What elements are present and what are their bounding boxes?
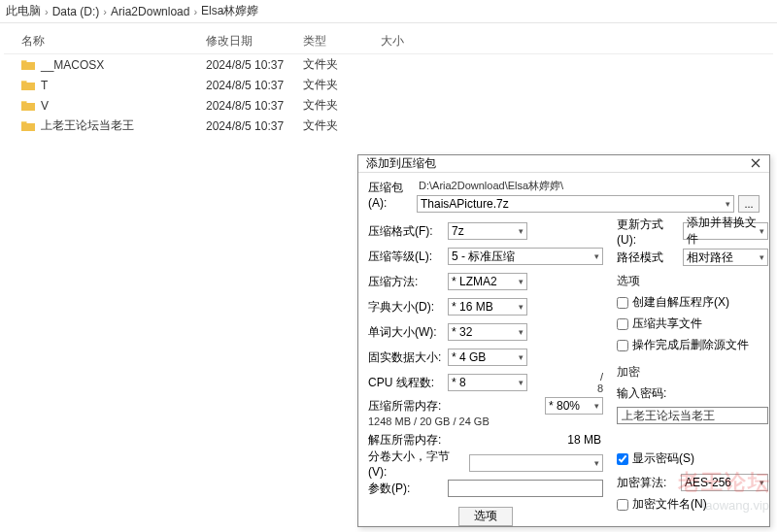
col-header-date[interactable]: 修改日期 <box>206 33 303 50</box>
file-name: 上老王论坛当老王 <box>41 117 134 134</box>
file-row[interactable]: T 2024/8/5 10:37 文件夹 <box>4 75 773 95</box>
format-value: 7z <box>452 224 464 238</box>
dict-select[interactable]: * 16 MB ▾ <box>448 298 527 316</box>
browse-button[interactable]: ... <box>738 195 760 213</box>
dict-label: 字典大小(D): <box>368 299 444 316</box>
threads-select[interactable]: * 8 ▾ <box>448 374 527 391</box>
options-button[interactable]: 选项 <box>458 507 513 526</box>
chevron-down-icon: ▾ <box>594 458 599 468</box>
word-label: 单词大小(W): <box>368 324 444 341</box>
format-label: 压缩格式(F): <box>368 223 444 240</box>
file-type: 文件夹 <box>303 56 381 73</box>
show-password-checkbox[interactable] <box>617 453 628 465</box>
solid-label: 固实数据大小: <box>368 349 444 366</box>
level-select[interactable]: 5 - 标准压缩 ▾ <box>448 248 603 265</box>
breadcrumb-item[interactable]: 此电脑 <box>6 3 41 19</box>
opt-sfx[interactable]: 创建自解压程序(X) <box>617 294 768 311</box>
enc-method-value: AES-256 <box>685 476 731 489</box>
mem-decomp-value: 18 MB <box>567 433 603 447</box>
chevron-down-icon: ▾ <box>594 401 599 411</box>
breadcrumb-item[interactable]: Elsa林嬣嬣 <box>201 3 258 19</box>
opt-shared-checkbox[interactable] <box>617 318 628 330</box>
mem-pct-select[interactable]: * 80% ▾ <box>545 397 603 415</box>
word-value: * 32 <box>452 325 472 339</box>
opt-delete[interactable]: 操作完成后删除源文件 <box>617 337 768 353</box>
enc-method-select[interactable]: AES-256 ▾ <box>681 474 768 491</box>
pathmode-label: 路径模式 <box>617 249 679 266</box>
threads-value: * 8 <box>452 376 466 389</box>
chevron-down-icon: ▾ <box>519 327 524 337</box>
method-label: 压缩方法: <box>368 274 444 290</box>
file-type: 文件夹 <box>303 97 381 114</box>
update-value: 添加并替换文件 <box>687 215 760 248</box>
file-name: __MACOSX <box>41 58 104 72</box>
archive-dir: D:\Aria2Download\Elsa林嬣嬣\ <box>417 179 760 193</box>
chevron-right-icon: › <box>103 6 107 17</box>
chevron-right-icon: › <box>45 6 49 17</box>
encrypt-names[interactable]: 加密文件名(N) <box>617 496 768 513</box>
solid-select[interactable]: * 4 GB ▾ <box>448 349 527 366</box>
split-select[interactable]: ▾ <box>469 454 603 472</box>
file-list: 名称 修改日期 类型 大小 __MACOSX 2024/8/5 10:37 文件… <box>0 23 777 142</box>
solid-value: * 4 GB <box>452 350 486 364</box>
chevron-down-icon: ▾ <box>760 252 764 262</box>
col-header-type[interactable]: 类型 <box>303 33 381 50</box>
file-name: T <box>41 79 48 92</box>
update-select[interactable]: 添加并替换文件 ▾ <box>683 222 768 240</box>
col-header-name[interactable]: 名称 <box>21 33 206 50</box>
level-value: 5 - 标准压缩 <box>452 249 515 265</box>
breadcrumb[interactable]: 此电脑 › Data (D:) › Aria2Download › Elsa林嬣… <box>0 0 777 23</box>
archive-name-value: ThaisAPicture.7z <box>421 197 509 211</box>
folder-icon <box>21 80 35 91</box>
chevron-down-icon: ▾ <box>519 352 524 362</box>
pathmode-select[interactable]: 相对路径 ▾ <box>683 249 768 266</box>
show-password[interactable]: 显示密码(S) <box>617 450 768 467</box>
opt-shared[interactable]: 压缩共享文件 <box>617 316 768 332</box>
word-select[interactable]: * 32 ▾ <box>448 323 527 341</box>
format-select[interactable]: 7z ▾ <box>448 222 527 240</box>
threads-label: CPU 线程数: <box>368 375 444 391</box>
add-to-archive-dialog: 添加到压缩包 压缩包(A): D:\Aria2Download\Elsa林嬣嬣\… <box>357 154 770 527</box>
encryption-head: 加密 <box>617 364 768 381</box>
file-date: 2024/8/5 10:37 <box>206 119 303 133</box>
opt-sfx-checkbox[interactable] <box>617 297 628 309</box>
chevron-down-icon: ▾ <box>760 478 764 487</box>
breadcrumb-item[interactable]: Aria2Download <box>111 5 189 18</box>
pathmode-value: 相对路径 <box>687 249 733 266</box>
file-date: 2024/8/5 10:37 <box>206 79 303 92</box>
opt-delete-checkbox[interactable] <box>617 340 628 351</box>
archive-name-dropdown[interactable]: ThaisAPicture.7z ▾ <box>417 195 734 213</box>
threads-total: / 8 <box>591 371 603 394</box>
file-type: 文件夹 <box>303 117 381 134</box>
folder-icon <box>21 59 35 71</box>
method-select[interactable]: * LZMA2 ▾ <box>448 273 527 290</box>
file-row[interactable]: 上老王论坛当老王 2024/8/5 10:37 文件夹 <box>4 116 773 136</box>
file-name: V <box>41 99 49 113</box>
breadcrumb-item[interactable]: Data (D:) <box>52 5 100 18</box>
file-date: 2024/8/5 10:37 <box>206 58 303 72</box>
folder-icon <box>21 120 35 132</box>
mem-comp-label: 压缩所需内存: <box>368 398 441 415</box>
password-input[interactable] <box>617 407 768 424</box>
params-input[interactable] <box>448 480 603 497</box>
encrypt-names-checkbox[interactable] <box>617 499 628 511</box>
update-label: 更新方式(U): <box>617 216 679 247</box>
mem-pct-value: * 80% <box>549 399 580 413</box>
col-header-size[interactable]: 大小 <box>381 33 458 50</box>
close-button[interactable] <box>746 157 765 171</box>
file-row[interactable]: __MACOSX 2024/8/5 10:37 文件夹 <box>4 54 773 75</box>
chevron-down-icon: ▾ <box>726 199 730 209</box>
dialog-title: 添加到压缩包 <box>366 155 436 172</box>
params-label: 参数(P): <box>368 481 444 497</box>
mem-comp-values: 1248 MB / 20 GB / 24 GB <box>368 416 603 427</box>
pwd-label: 输入密码: <box>617 385 768 402</box>
level-label: 压缩等级(L): <box>368 249 444 265</box>
method-value: * LZMA2 <box>452 275 497 288</box>
chevron-down-icon: ▾ <box>519 277 524 286</box>
options-head: 选项 <box>617 273 768 289</box>
dict-value: * 16 MB <box>452 300 493 314</box>
file-list-header: 名称 修改日期 类型 大小 <box>4 29 773 54</box>
split-label: 分卷大小，字节(V): <box>368 449 465 479</box>
file-row[interactable]: V 2024/8/5 10:37 文件夹 <box>4 95 773 116</box>
enc-method-label: 加密算法: <box>617 475 675 491</box>
